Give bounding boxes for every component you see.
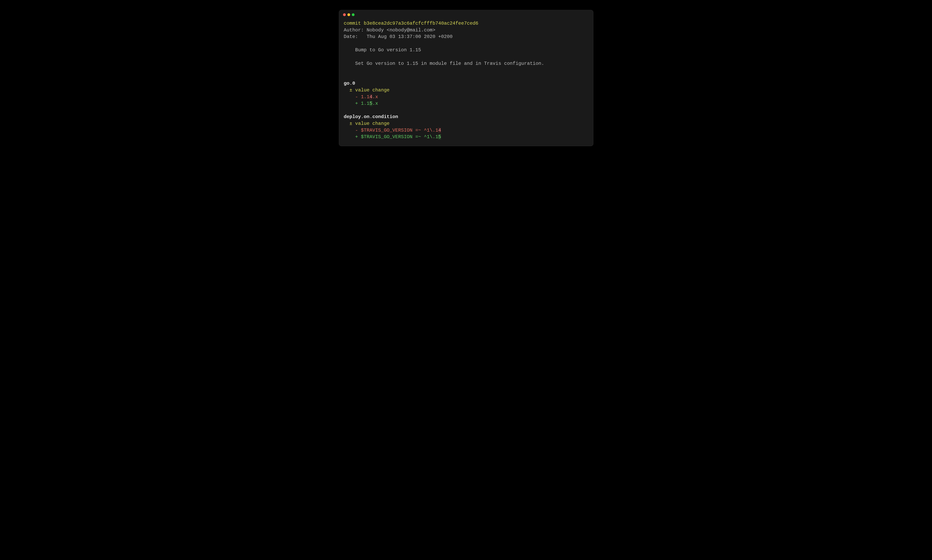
change-type: ± value change [344,87,588,94]
diff-added-prefix: 1.1 [361,101,370,106]
blank-line [344,54,588,60]
diff-removed-changed: 4 [438,128,441,133]
change-type: ± value change [344,120,588,127]
diff-added-changed: 5 [438,134,441,140]
path-segment: go [344,81,350,86]
diff-added-prefix: $TRAVIS_GO_VERSION =~ ^1\.1 [361,134,438,140]
change-label-text: value change [355,88,390,93]
path-separator: . [370,114,372,120]
commit-hash: b3e8cea2dc97a3c6afcfcfffb740ac24fee7ced6 [364,21,478,26]
diff-removed-changed: 4 [370,94,372,100]
change-marker: ± [350,121,352,126]
diff-removed-prefix: 1.1 [361,94,370,100]
diff-added-line: + 1.15.x [344,100,588,107]
blank-line [344,74,588,80]
diff-removed-line: - $TRAVIS_GO_VERSION =~ ^1\.14 [344,127,588,134]
date-value: Thu Aug 03 13:37:00 2020 +0200 [367,34,453,39]
date-line: Date: Thu Aug 03 13:37:00 2020 +0200 [344,34,588,40]
diff-path: go.0 [344,80,588,87]
diff-removed-suffix: .x [373,94,378,100]
author-value: Nobody <nobody@mail.com> [367,28,436,33]
date-label: Date: [344,34,358,39]
path-segment: 0 [352,81,355,86]
path-segment: deploy [344,114,361,120]
author-label: Author: [344,28,364,33]
commit-body: Set Go version to 1.15 in module file an… [344,60,588,67]
change-label-text: value change [355,121,390,126]
author-line: Author: Nobody <nobody@mail.com> [344,27,588,34]
path-separator: . [361,114,364,120]
path-separator: . [350,81,352,86]
titlebar [339,10,593,18]
plus-icon: + [355,101,358,106]
blank-line [344,40,588,47]
commit-hash-line: commit b3e8cea2dc97a3c6afcfcfffb740ac24f… [344,20,588,27]
minus-icon: - [355,94,358,100]
diff-removed-line: - 1.14.x [344,94,588,100]
close-icon[interactable] [343,13,346,16]
blank-line [344,67,588,74]
path-segment: on [364,114,370,120]
path-segment: condition [373,114,398,120]
diff-added-line: + $TRAVIS_GO_VERSION =~ ^1\.15 [344,134,588,140]
commit-subject: Bump to Go version 1.15 [344,47,588,54]
zoom-icon[interactable] [352,13,354,16]
change-marker: ± [350,88,352,93]
diff-removed-prefix: $TRAVIS_GO_VERSION =~ ^1\.1 [361,128,438,133]
diff-path: deploy.on.condition [344,114,588,120]
blank-line [344,107,588,114]
commit-label: commit [344,21,361,26]
terminal-window: commit b3e8cea2dc97a3c6afcfcfffb740ac24f… [339,10,593,146]
diff-added-suffix: .x [373,101,378,106]
plus-icon: + [355,134,358,140]
minimize-icon[interactable] [347,13,350,16]
terminal-content: commit b3e8cea2dc97a3c6afcfcfffb740ac24f… [339,18,593,146]
diff-added-changed: 5 [370,101,372,106]
minus-icon: - [355,128,358,133]
